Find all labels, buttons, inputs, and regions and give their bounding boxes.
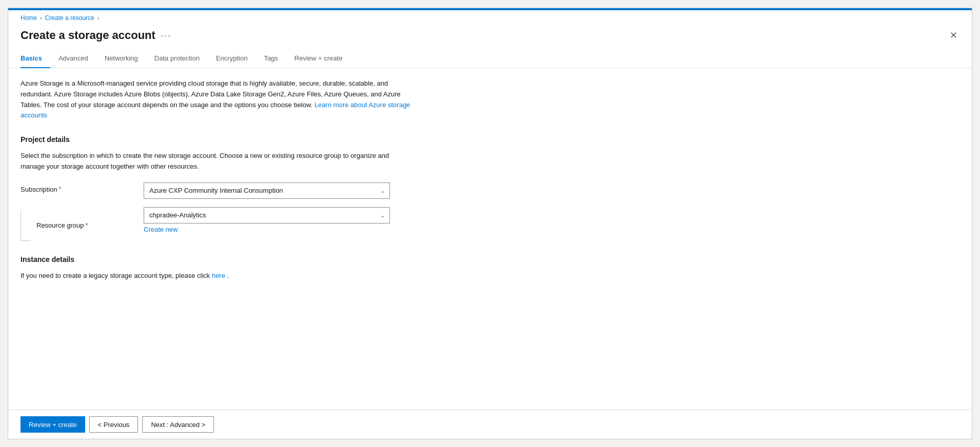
legacy-here-link[interactable]: here xyxy=(212,272,225,279)
intro-description: Azure Storage is a Microsoft-managed ser… xyxy=(21,78,410,121)
subscription-required: * xyxy=(59,186,62,193)
footer: Review + create < Previous Next : Advanc… xyxy=(8,410,972,439)
content-area: Azure Storage is a Microsoft-managed ser… xyxy=(8,68,972,410)
instance-details-description: If you need to create a legacy storage a… xyxy=(21,271,410,281)
breadcrumb-chevron-2: › xyxy=(97,15,100,21)
breadcrumb-home[interactable]: Home xyxy=(21,14,37,22)
instance-details-heading: Instance details xyxy=(21,255,959,263)
title-area: Create a storage account ··· ✕ xyxy=(8,26,972,49)
subscription-select[interactable]: Azure CXP Community Internal Consumption xyxy=(144,182,390,199)
tab-tags[interactable]: Tags xyxy=(256,49,286,68)
resource-group-select[interactable]: chpradee-Analytics xyxy=(144,207,390,223)
subscription-label: Subscription * xyxy=(21,182,144,193)
resource-group-row: Resource group * chpradee-Analytics ⌄ Cr… xyxy=(21,207,959,241)
close-button[interactable]: ✕ xyxy=(948,28,959,43)
create-new-link[interactable]: Create new xyxy=(144,226,390,233)
review-create-button[interactable]: Review + create xyxy=(21,416,85,433)
resource-group-label: Resource group xyxy=(36,221,84,229)
breadcrumb-chevron-1: › xyxy=(40,15,42,21)
tab-encryption[interactable]: Encryption xyxy=(208,49,256,68)
tab-data-protection[interactable]: Data protection xyxy=(146,49,208,68)
tab-networking[interactable]: Networking xyxy=(96,49,146,68)
resource-group-label-area: Resource group * xyxy=(21,207,144,241)
project-details-heading: Project details xyxy=(21,135,959,144)
previous-button[interactable]: < Previous xyxy=(89,416,139,433)
project-details-description: Select the subscription in which to crea… xyxy=(21,151,410,172)
tab-advanced[interactable]: Advanced xyxy=(50,49,96,68)
tab-basics[interactable]: Basics xyxy=(21,49,50,68)
page-title: Create a storage account xyxy=(21,29,155,42)
subscription-select-wrapper: Azure CXP Community Internal Consumption… xyxy=(144,182,390,199)
tab-review-create[interactable]: Review + create xyxy=(286,49,351,68)
next-button[interactable]: Next : Advanced > xyxy=(142,416,214,433)
resource-group-bracket xyxy=(21,210,31,241)
resource-group-required: * xyxy=(86,222,88,229)
breadcrumb: Home › Create a resource › xyxy=(8,10,972,26)
tab-bar: Basics Advanced Networking Data protecti… xyxy=(8,49,972,68)
breadcrumb-create-resource[interactable]: Create a resource xyxy=(45,14,94,22)
resource-group-select-wrapper: chpradee-Analytics ⌄ xyxy=(144,207,390,223)
more-options-icon[interactable]: ··· xyxy=(161,30,171,41)
resource-group-controls: chpradee-Analytics ⌄ Create new xyxy=(144,207,390,233)
subscription-row: Subscription * Azure CXP Community Inter… xyxy=(21,182,959,199)
